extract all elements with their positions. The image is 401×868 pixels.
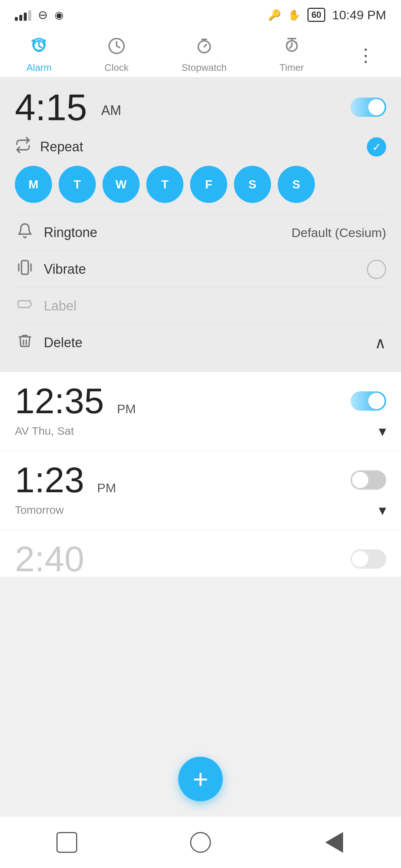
status-left: ⊖ ◉	[15, 8, 63, 22]
add-icon: +	[193, 764, 208, 794]
ringtone-row[interactable]: Ringtone Default (Cesium)	[15, 214, 386, 251]
alarm-123-subtitle: Tomorrow	[15, 504, 64, 516]
alarm-240-time: 2:40	[15, 541, 84, 577]
day-wednesday[interactable]: W	[102, 166, 140, 203]
alarm-1235-ampm: PM	[117, 402, 136, 416]
bell-icon	[15, 223, 35, 243]
label-left: Label	[15, 296, 76, 316]
vibrate-left: Vibrate	[15, 259, 86, 279]
bottom-navigation	[0, 816, 401, 868]
home-icon	[190, 832, 211, 853]
delete-row[interactable]: Delete ∧	[15, 324, 386, 361]
status-right: 🔑 ✋ 60 10:49 PM	[268, 8, 386, 22]
repeat-check[interactable]: ✓	[367, 137, 386, 157]
alarm-1235-time-value: 12:35	[15, 381, 104, 421]
battery-level: 60	[312, 10, 322, 20]
day-monday[interactable]: M	[15, 166, 52, 203]
alarm-toggle-1[interactable]	[351, 98, 386, 117]
alarm-1235-sub: AV Thu, Sat ▾	[15, 423, 386, 440]
tab-stopwatch-label: Stopwatch	[182, 62, 226, 73]
days-row: M T W T F S S	[15, 166, 386, 203]
signal-icon	[15, 9, 31, 21]
expand-1235-icon[interactable]: ▾	[379, 423, 386, 440]
expand-123-icon[interactable]: ▾	[379, 502, 386, 519]
timer-icon	[283, 37, 301, 59]
label-row[interactable]: Label	[15, 287, 386, 324]
alarm-item-1235: 12:35 PM AV Thu, Sat ▾	[0, 372, 401, 451]
alarm-123-time: 1:23 PM	[15, 462, 116, 498]
alarm-ampm: AM	[101, 103, 121, 118]
alarm-toggle-240[interactable]	[351, 549, 386, 569]
label-icon	[15, 296, 35, 316]
alarm-toggle-123[interactable]	[351, 470, 386, 490]
back-icon	[325, 832, 343, 853]
stopwatch-icon	[195, 37, 213, 59]
tab-clock-label: Clock	[105, 62, 129, 73]
ringtone-left: Ringtone	[15, 223, 97, 243]
vibrate-icon	[15, 259, 35, 279]
radio-icon: ◉	[55, 9, 63, 21]
tab-timer-label: Timer	[280, 62, 304, 73]
clock-icon	[108, 37, 125, 59]
navigation-tabs: Alarm Clock Stopwatch Time	[0, 30, 401, 78]
day-friday[interactable]: F	[190, 166, 227, 203]
alarm-1235-main: 12:35 PM	[15, 383, 386, 419]
alarm-123-sub: Tomorrow ▾	[15, 502, 386, 519]
back-button[interactable]	[321, 829, 347, 855]
tab-stopwatch[interactable]: Stopwatch	[174, 37, 234, 73]
alarm-240-time-value: 2:40	[15, 539, 84, 579]
alarm-123-ampm: PM	[97, 481, 116, 495]
square-icon	[56, 832, 77, 853]
day-thursday[interactable]: T	[146, 166, 183, 203]
status-time: 10:49 PM	[332, 8, 386, 22]
key-icon: 🔑	[268, 9, 281, 21]
collapse-icon[interactable]: ∧	[375, 334, 386, 352]
vibrate-row[interactable]: Vibrate	[15, 251, 386, 287]
alarm-123-main: 1:23 PM	[15, 462, 386, 498]
tab-timer[interactable]: Timer	[272, 37, 311, 73]
more-button[interactable]: ⋮	[349, 45, 382, 66]
recent-apps-button[interactable]	[54, 829, 80, 855]
status-bar: ⊖ ◉ 🔑 ✋ 60 10:49 PM	[0, 0, 401, 30]
tab-clock[interactable]: Clock	[97, 37, 136, 73]
home-button[interactable]	[188, 829, 213, 855]
day-saturday[interactable]: S	[234, 166, 271, 203]
repeat-left: Repeat	[15, 137, 83, 157]
tab-alarm-label: Alarm	[26, 62, 52, 73]
tab-alarm[interactable]: Alarm	[19, 37, 59, 73]
label-text: Label	[44, 298, 76, 314]
do-not-disturb-icon: ⊖	[38, 8, 48, 22]
ringtone-label: Ringtone	[44, 225, 97, 240]
alarm-toggle-1235[interactable]	[351, 391, 386, 411]
alarm-time-display: 4:15 AM	[15, 89, 121, 126]
expanded-alarm-card: 4:15 AM Repeat ✓ M T W T F S S	[0, 78, 401, 372]
add-alarm-button[interactable]: +	[178, 757, 223, 801]
alarm-123-time-value: 1:23	[15, 460, 84, 500]
alarm-item-240-partial: 2:40	[0, 530, 401, 577]
day-sunday[interactable]: S	[278, 166, 315, 203]
alarm-1235-time: 12:35 PM	[15, 383, 136, 419]
alarm-time-row: 4:15 AM	[15, 89, 386, 126]
day-tuesday[interactable]: T	[59, 166, 96, 203]
repeat-row: Repeat ✓	[15, 137, 386, 157]
trash-icon	[15, 333, 35, 353]
hand-icon: ✋	[288, 9, 301, 21]
svg-rect-3	[22, 261, 28, 274]
battery-icon: 60	[307, 8, 326, 22]
vibrate-label: Vibrate	[44, 262, 86, 277]
ringtone-value: Default (Cesium)	[291, 226, 386, 240]
repeat-label: Repeat	[40, 139, 83, 155]
alarm-240-main: 2:40	[15, 541, 386, 577]
alarm-icon	[30, 37, 48, 59]
repeat-icon	[15, 137, 31, 157]
alarm-1235-subtitle: AV Thu, Sat	[15, 425, 74, 437]
delete-label: Delete	[44, 335, 82, 351]
delete-left: Delete	[15, 333, 82, 353]
alarm-time-value: 4:15	[15, 86, 87, 128]
alarm-item-123: 1:23 PM Tomorrow ▾	[0, 451, 401, 530]
vibrate-toggle[interactable]	[367, 260, 386, 279]
